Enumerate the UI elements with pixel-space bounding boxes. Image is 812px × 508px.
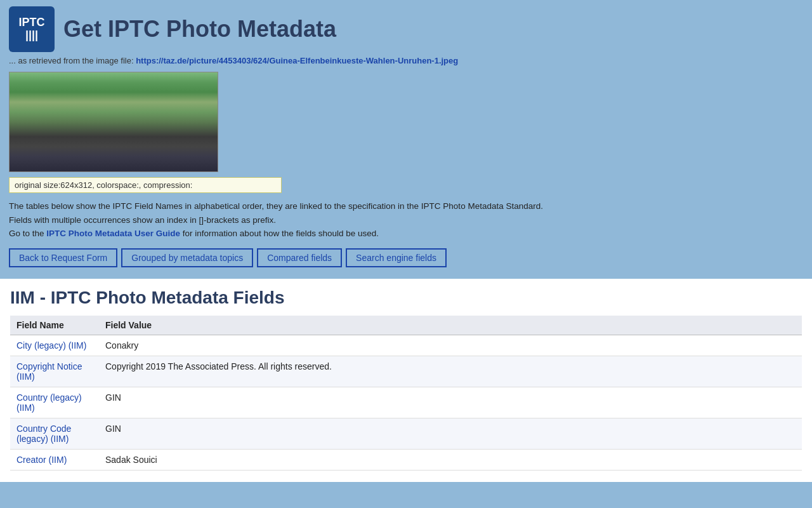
search-engine-btn[interactable]: Search engine fields — [346, 248, 447, 267]
field-name-cell: Copyright Notice (IIM) — [10, 356, 99, 387]
field-value-cell: Conakry — [99, 335, 802, 356]
table-row: City (legacy) (IIM)Conakry — [10, 335, 802, 356]
article-photo — [9, 72, 218, 172]
col-field-value: Field Value — [99, 316, 802, 335]
logo-text: IPTC|||| — [18, 17, 44, 42]
field-value-cell: GIN — [99, 387, 802, 418]
page-title: Get IPTC Photo Metadata — [63, 16, 336, 43]
description-line3-suffix: for information about how the fields sho… — [180, 229, 379, 238]
table-row: Creator (IIM)Sadak Souici — [10, 449, 802, 470]
section-heading: IIM - IPTC Photo Metadata Fields — [10, 288, 802, 308]
info-box-text: original size:624x312, colorspace:, comp… — [15, 180, 192, 190]
field-name-link[interactable]: Country Code (legacy) (IIM) — [16, 424, 71, 444]
compared-btn[interactable]: Compared fields — [257, 248, 342, 267]
description-text: The tables below show the IPTC Field Nam… — [9, 199, 803, 241]
field-name-link[interactable]: Creator (IIM) — [16, 455, 67, 465]
col-field-name: Field Name — [10, 316, 99, 335]
table-body: City (legacy) (IIM)ConakryCopyright Noti… — [10, 335, 802, 470]
field-value-cell: Copyright 2019 The Associated Press. All… — [99, 356, 802, 387]
nav-buttons-bar: Back to Request FormGrouped by metadata … — [9, 248, 803, 274]
header-top: IPTC|||| Get IPTC Photo Metadata — [9, 6, 803, 52]
iptc-logo: IPTC|||| — [9, 6, 55, 52]
main-content: IIM - IPTC Photo Metadata Fields Field N… — [0, 279, 812, 482]
field-name-cell: Creator (IIM) — [10, 449, 99, 470]
description-line1: The tables below show the IPTC Field Nam… — [9, 201, 543, 211]
field-name-link[interactable]: Country (legacy) (IIM) — [16, 392, 82, 413]
field-value-cell: GIN — [99, 418, 802, 449]
image-info-box: original size:624x312, colorspace:, comp… — [9, 177, 282, 193]
field-name-cell: Country Code (legacy) (IIM) — [10, 418, 99, 449]
image-url-link[interactable]: https://taz.de/picture/4453403/624/Guine… — [136, 56, 458, 65]
table-header: Field Name Field Value — [10, 316, 802, 335]
subtitle: ... as retrieved from the image file: ht… — [9, 56, 803, 65]
table-row: Copyright Notice (IIM)Copyright 2019 The… — [10, 356, 802, 387]
field-value-cell: Sadak Souici — [99, 449, 802, 470]
field-name-cell: Country (legacy) (IIM) — [10, 387, 99, 418]
table-row: Country (legacy) (IIM)GIN — [10, 387, 802, 418]
description-line2: Fields with multiple occurrences show an… — [9, 215, 276, 225]
header-section: IPTC|||| Get IPTC Photo Metadata ... as … — [0, 0, 812, 279]
description-line3-prefix: Go to the — [9, 229, 46, 238]
metadata-table: Field Name Field Value City (legacy) (II… — [10, 316, 802, 471]
back-btn[interactable]: Back to Request Form — [9, 248, 117, 267]
subtitle-prefix: ... as retrieved from the image file: — [9, 56, 136, 65]
field-name-link[interactable]: Copyright Notice (IIM) — [16, 361, 82, 382]
table-row: Country Code (legacy) (IIM)GIN — [10, 418, 802, 449]
field-name-cell: City (legacy) (IIM) — [10, 335, 99, 356]
grouped-btn[interactable]: Grouped by metadata topics — [121, 248, 253, 267]
user-guide-link[interactable]: IPTC Photo Metadata User Guide — [46, 229, 180, 238]
field-name-link[interactable]: City (legacy) (IIM) — [16, 340, 86, 351]
table-header-row: Field Name Field Value — [10, 316, 802, 335]
image-container — [9, 72, 803, 172]
